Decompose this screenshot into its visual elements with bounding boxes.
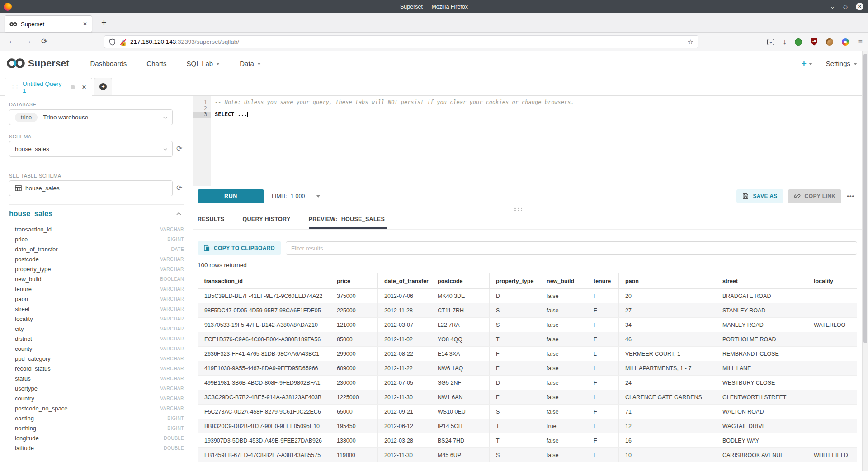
settings-menu[interactable]: Settings — [826, 60, 857, 67]
grid-data-row[interactable]: 419E1030-9A55-4467-8DA9-9FED95D65966 609… — [198, 361, 858, 376]
query-tab-active[interactable]: ⋮⋮ Untitled Query 1 ✕ — [5, 78, 92, 96]
chevron-up-icon[interactable] — [176, 212, 181, 216]
add-query-tab-button[interactable]: + — [94, 78, 112, 96]
table-column-row[interactable]: county VARCHAR — [9, 344, 184, 353]
table-column-row[interactable]: postcode VARCHAR — [9, 254, 184, 264]
table-column-row[interactable]: postcode_no_space VARCHAR — [9, 403, 184, 413]
close-query-tab-icon[interactable]: ✕ — [82, 84, 86, 90]
grid-header-cell[interactable]: locality — [807, 273, 858, 289]
tab-preview-house-sales[interactable]: PREVIEW: `HOUSE_SALES` — [309, 216, 387, 229]
downloads-icon[interactable]: ↓ — [783, 38, 786, 46]
run-button[interactable]: RUN — [198, 189, 264, 203]
grid-data-row[interactable]: 193907D3-5DBD-453D-A49E-9FEE27DAB926 138… — [198, 433, 858, 448]
table-column-row[interactable]: status VARCHAR — [9, 373, 184, 383]
pane-drag-handle[interactable] — [514, 207, 524, 211]
table-column-row[interactable]: ppd_category VARCHAR — [9, 353, 184, 363]
tab-query-history[interactable]: QUERY HISTORY — [243, 216, 291, 229]
insecure-lock-icon[interactable]: 🔒 — [120, 38, 126, 46]
menu-icon[interactable]: ≡ — [858, 37, 863, 47]
copy-to-clipboard-button[interactable]: COPY TO CLIPBOARD — [198, 241, 281, 255]
table-column-row[interactable]: easting BIGINT — [9, 413, 184, 423]
new-tab-button[interactable]: + — [101, 18, 107, 28]
table-column-row[interactable]: new_build BOOLEAN — [9, 274, 184, 284]
table-column-row[interactable]: property_type VARCHAR — [9, 264, 184, 274]
grid-data-row[interactable]: 1B5C39ED-BE7F-41EF-9E71-9C60EED74A22 375… — [198, 289, 858, 303]
grid-data-row[interactable]: 3C3C29DC-B7B2-4BE5-914A-A38123AF403B 122… — [198, 390, 858, 405]
reload-icon[interactable]: ⟳ — [41, 37, 47, 46]
table-schema-heading[interactable]: house_sales — [9, 210, 52, 218]
new-item-button[interactable]: + — [802, 58, 812, 68]
ublock-icon[interactable]: uB — [811, 38, 817, 46]
grid-header-cell[interactable]: postcode — [431, 273, 490, 289]
drag-handle-icon[interactable]: ⋮⋮ — [10, 84, 19, 90]
table-column-row[interactable]: date_of_transfer DATE — [9, 244, 184, 254]
pocket-icon[interactable]: ⌄ — [767, 39, 774, 45]
grid-data-row[interactable]: ECE1D376-C9A6-4C00-B004-A380B189FA56 850… — [198, 332, 858, 347]
save-as-button[interactable]: SAVE AS — [736, 189, 783, 203]
bookmark-star-icon[interactable]: ☆ — [688, 38, 693, 46]
url-text[interactable]: 217.160.120.143:32393/superset/sqllab/ — [130, 38, 688, 45]
forward-icon[interactable]: → — [24, 37, 32, 46]
grid-data-row[interactable]: 98F5DC47-0D05-4D59-95B7-98CA6F1FDE05 225… — [198, 303, 858, 318]
limit-dropdown[interactable]: LIMIT: 1 000 — [272, 193, 320, 199]
extension-privacy-icon[interactable] — [795, 38, 802, 46]
table-column-row[interactable]: usertype VARCHAR — [9, 383, 184, 393]
grid-header-cell[interactable]: date_of_transfer — [378, 273, 431, 289]
table-select[interactable]: house_sales — [9, 180, 173, 196]
grid-header-cell[interactable]: transaction_id — [198, 273, 330, 289]
cookie-extension-icon[interactable] — [826, 38, 833, 46]
schema-select[interactable]: house_sales — [9, 141, 173, 157]
back-icon[interactable]: ← — [8, 37, 16, 46]
grid-header-cell[interactable]: property_type — [490, 273, 540, 289]
sql-editor[interactable]: 1 2 3 -- Note: Unless you save your quer… — [193, 96, 868, 186]
table-column-row[interactable]: northing BIGINT — [9, 423, 184, 433]
grid-header-cell[interactable]: tenure — [587, 273, 619, 289]
grid-header-cell[interactable]: street — [716, 273, 807, 289]
refresh-schemas-icon[interactable]: ⟳ — [176, 145, 184, 153]
database-select[interactable]: trino Trino warehouse — [9, 109, 173, 125]
url-bar[interactable]: 🔒 217.160.120.143:32393/superset/sqllab/… — [104, 35, 698, 48]
minimize-icon[interactable]: ⌄ — [830, 4, 835, 9]
superset-logo[interactable]: Superset — [6, 57, 69, 69]
grid-header-cell[interactable]: paon — [619, 273, 716, 289]
table-column-row[interactable]: district VARCHAR — [9, 334, 184, 344]
grid-header-cell[interactable]: new_build — [540, 273, 587, 289]
maximize-icon[interactable]: ◇ — [843, 4, 848, 9]
grid-data-row[interactable]: 2636F323-FF41-4765-81DB-98CAA6A43BC1 299… — [198, 347, 858, 361]
scrollbar-thumb[interactable] — [863, 54, 867, 343]
nav-dashboards[interactable]: Dashboards — [90, 60, 127, 67]
nav-charts[interactable]: Charts — [146, 60, 166, 67]
grid-data-row[interactable]: 499B1981-3B6B-4BCD-808F-9FED9802BFA1 230… — [198, 376, 858, 390]
grid-header-cell[interactable]: price — [330, 273, 378, 289]
grid-data-row[interactable]: 91370533-19F5-47FE-B142-A380A8ADA210 121… — [198, 318, 858, 332]
table-column-row[interactable]: latitude DOUBLE — [9, 443, 184, 453]
table-column-row[interactable]: locality VARCHAR — [9, 314, 184, 324]
table-column-row[interactable]: city VARCHAR — [9, 324, 184, 334]
close-window-icon[interactable]: ✕ — [856, 3, 863, 10]
nav-data[interactable]: Data — [240, 60, 261, 67]
table-column-row[interactable]: longitude DOUBLE — [9, 433, 184, 443]
grid-data-row[interactable]: F5C273AC-0D2A-458F-8279-9C61F0C22EC6 650… — [198, 405, 858, 419]
column-name: ppd_category — [15, 355, 51, 362]
table-column-row[interactable]: price BIGINT — [9, 234, 184, 244]
table-column-row[interactable]: paon VARCHAR — [9, 294, 184, 304]
nav-sql-lab[interactable]: SQL Lab — [187, 60, 220, 67]
extension-pinwheel-icon[interactable] — [842, 38, 849, 46]
copy-link-button[interactable]: COPY LINK — [788, 189, 842, 203]
tracking-shield-icon[interactable] — [109, 38, 116, 46]
grid-data-row[interactable]: EB1459EB-67ED-47C8-B2E7-A38143AB5575 119… — [198, 448, 858, 462]
table-column-row[interactable]: country VARCHAR — [9, 393, 184, 403]
close-tab-icon[interactable]: ✕ — [83, 21, 87, 27]
grid-data-row[interactable]: BB8320C9-D82B-4B37-90E0-9FEE05095E10 195… — [198, 419, 858, 433]
table-column-row[interactable]: record_status VARCHAR — [9, 363, 184, 373]
page-scrollbar[interactable] — [862, 51, 868, 471]
more-options-button[interactable]: ••• — [847, 193, 854, 199]
editor-code[interactable]: -- Note: Unless you save your query, the… — [211, 96, 868, 186]
filter-results-input[interactable] — [286, 241, 857, 255]
tab-results[interactable]: RESULTS — [198, 216, 225, 229]
browser-tab-superset[interactable]: Superset ✕ — [5, 15, 92, 33]
table-column-row[interactable]: transaction_id VARCHAR — [9, 224, 184, 234]
refresh-tables-icon[interactable]: ⟳ — [176, 184, 184, 192]
table-column-row[interactable]: tenure VARCHAR — [9, 284, 184, 294]
table-column-row[interactable]: street VARCHAR — [9, 304, 184, 314]
